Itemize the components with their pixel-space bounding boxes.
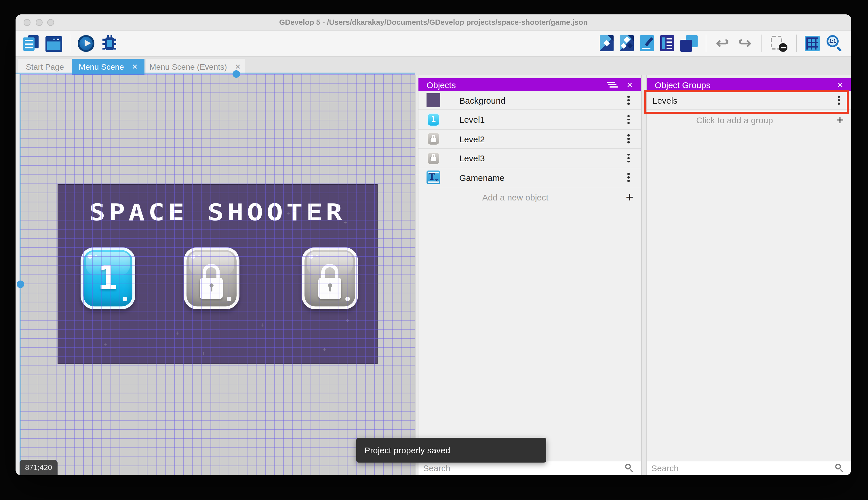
kebab-menu-icon[interactable]	[627, 177, 630, 179]
object-row-level1[interactable]: 1 Level1	[419, 110, 641, 129]
filter-icon[interactable]	[607, 82, 615, 88]
canvas-vertical-scrollbar[interactable]	[19, 74, 21, 475]
save-toast: Project properly saved	[356, 438, 546, 462]
object-groups-editor-icon[interactable]	[620, 35, 634, 51]
object-name: Level2	[459, 134, 485, 144]
toolbar-divider	[70, 35, 70, 52]
panel-divider[interactable]	[641, 74, 647, 475]
close-tab-icon[interactable]: ✕	[132, 63, 138, 71]
add-object-label: Add a new object	[419, 192, 612, 202]
gloss-dot	[309, 254, 313, 259]
properties-icon[interactable]	[640, 35, 654, 51]
kebab-menu-icon[interactable]	[627, 119, 630, 121]
add-group-label: Click to add a group	[647, 115, 822, 125]
close-tab-icon[interactable]: ✕	[235, 63, 241, 71]
canvas-horizontal-scrollbar-thumb[interactable]	[232, 70, 240, 78]
kebab-menu-icon[interactable]	[627, 138, 630, 140]
objects-search-input[interactable]	[419, 463, 625, 473]
gloss-dot	[345, 297, 350, 301]
close-window-button[interactable]	[24, 19, 31, 26]
canvas-horizontal-scrollbar[interactable]	[15, 72, 415, 75]
close-panel-icon[interactable]: ✕	[626, 80, 633, 89]
gloss-dot	[226, 297, 231, 301]
scene-background[interactable]: SPACE SHOOTER + + + + + + + + + + + + + …	[57, 184, 377, 364]
groups-search-input[interactable]	[647, 463, 835, 473]
search-icon	[835, 464, 844, 473]
object-thumbnail-level1: 1	[426, 113, 440, 127]
gdevelop-window: GDevelop 5 - /Users/dkarakay/Documents/G…	[15, 14, 851, 475]
scene-canvas[interactable]: SPACE SHOOTER + + + + + + + + + + + + + …	[15, 74, 415, 475]
screenshot-stage: GDevelop 5 - /Users/dkarakay/Documents/G…	[0, 0, 868, 500]
canvas-left-gutter	[15, 74, 19, 475]
level1-digit: 1	[83, 258, 132, 297]
level3-button-sprite[interactable]	[301, 247, 358, 309]
object-row-background[interactable]: Background	[419, 91, 641, 110]
object-name: Level1	[459, 115, 485, 124]
grid-toggle-icon[interactable]	[805, 35, 820, 51]
add-group-row[interactable]: Click to add a group +	[647, 110, 851, 129]
toolbar-right-group: ↩ ↪ 1:1	[600, 31, 844, 56]
objects-panel-title: Objects	[426, 80, 607, 90]
zoom-original-icon[interactable]: 1:1	[826, 35, 844, 52]
plus-icon[interactable]: +	[836, 114, 844, 126]
kebab-menu-icon[interactable]	[627, 99, 630, 101]
object-name: Level3	[459, 153, 485, 163]
scene-title-text: SPACE SHOOTER	[58, 199, 377, 226]
object-row-level2[interactable]: Level2	[419, 129, 641, 149]
group-row-levels[interactable]: Levels	[647, 91, 851, 110]
gloss-dot	[191, 254, 195, 259]
kebab-menu-icon[interactable]	[838, 99, 840, 101]
level1-button-sprite[interactable]: 1	[80, 247, 135, 309]
instances-list-icon[interactable]	[660, 35, 674, 51]
window-title: GDevelop 5 - /Users/dkarakay/Documents/G…	[85, 14, 782, 30]
lock-icon	[199, 264, 223, 299]
add-object-row[interactable]: Add a new object +	[419, 188, 641, 207]
object-row-gamename[interactable]: Tx Gamename	[419, 168, 641, 188]
minimize-window-button[interactable]	[35, 19, 42, 26]
undo-icon[interactable]: ↩	[714, 35, 730, 52]
panel-divider[interactable]	[415, 74, 419, 475]
instances-mask-icon[interactable]	[770, 35, 788, 52]
redo-icon[interactable]: ↪	[737, 35, 753, 52]
tab-label: Start Page	[26, 62, 64, 71]
object-groups-panel: Object Groups ✕ Levels Click to add a gr…	[647, 74, 851, 475]
groups-search-bar	[647, 461, 851, 475]
project-manager-icon[interactable]	[22, 35, 40, 52]
toolbar-divider	[706, 35, 706, 52]
cursor-coordinates-badge: 871;420	[20, 460, 58, 475]
toolbar-divider	[761, 35, 762, 52]
plus-icon[interactable]: +	[626, 191, 633, 203]
object-groups-panel-header: Object Groups ✕	[647, 79, 851, 91]
search-icon	[625, 464, 634, 473]
titlebar: GDevelop 5 - /Users/dkarakay/Documents/G…	[15, 14, 851, 31]
zoom-window-button[interactable]	[47, 19, 54, 26]
main-toolbar: ↩ ↪ 1:1	[15, 31, 851, 56]
tab-label: Menu Scene (Events)	[149, 62, 227, 71]
canvas-vertical-scrollbar-thumb[interactable]	[16, 280, 24, 288]
toast-message: Project properly saved	[364, 445, 450, 455]
close-panel-icon[interactable]: ✕	[837, 80, 843, 89]
group-name: Levels	[653, 95, 678, 105]
objects-search-bar	[419, 461, 641, 475]
debug-icon[interactable]	[100, 34, 119, 52]
toolbar-divider	[796, 35, 797, 52]
object-thumbnail-lock	[426, 132, 440, 146]
objects-panel-header: Objects ✕	[419, 79, 641, 91]
level2-button-sprite[interactable]	[183, 247, 239, 309]
object-groups-list: Levels Click to add a group +	[647, 91, 851, 461]
preview-play-icon[interactable]	[78, 35, 94, 52]
scene-editor-icon[interactable]	[46, 36, 62, 52]
layers-editor-icon[interactable]	[680, 35, 697, 52]
gloss-dot	[122, 297, 127, 301]
object-groups-panel-title: Object Groups	[655, 80, 837, 90]
tab-strip: Start Page Menu Scene ✕ Menu Scene (Even…	[15, 56, 851, 75]
objects-panel: Objects ✕ Background 1 Level1 Level2	[419, 74, 641, 475]
toolbar-left-group	[22, 31, 119, 56]
object-thumbnail-background	[426, 94, 440, 107]
object-thumbnail-lock	[426, 151, 440, 165]
lock-icon	[317, 264, 342, 299]
kebab-menu-icon[interactable]	[627, 157, 630, 159]
objects-editor-icon[interactable]	[600, 35, 613, 51]
object-name: Gamename	[459, 172, 505, 182]
object-row-level3[interactable]: Level3	[419, 149, 641, 168]
